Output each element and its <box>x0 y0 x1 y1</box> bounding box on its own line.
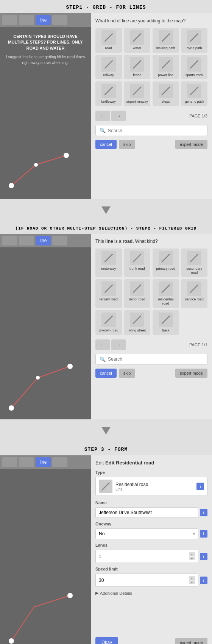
step2-search-input[interactable] <box>108 356 203 362</box>
type-living-street[interactable]: living street <box>124 310 151 335</box>
step1-grid-panel: What kind of line are you adding to the … <box>91 13 212 199</box>
type-secondary-road[interactable]: secondary road <box>181 249 208 277</box>
tab2-line[interactable]: line <box>36 236 51 245</box>
type-road[interactable]: road <box>95 28 122 53</box>
type-service-road[interactable]: service road <box>181 279 208 308</box>
additional-details[interactable]: ▶ Additional Details <box>95 591 207 596</box>
arrow-down-1 <box>0 199 212 222</box>
step2-expert-btn[interactable]: expert mode <box>175 369 207 378</box>
step1-header: STEP1 - GRID - FOR LINES <box>0 0 212 13</box>
type-water[interactable]: water <box>124 28 151 53</box>
type-bridleway-label: bridleway <box>101 100 116 104</box>
type-generic-path[interactable]: generic path <box>181 81 208 106</box>
type-track-label: track <box>162 328 170 333</box>
step1-search-bar[interactable]: 🔍 <box>95 125 207 136</box>
lanes-info-btn[interactable]: i <box>200 553 207 560</box>
type-motorway[interactable]: motorway <box>95 249 122 277</box>
type-trunk-road[interactable]: trunk road <box>124 249 151 277</box>
step2-next-btn[interactable]: → <box>111 339 126 350</box>
oneway-select[interactable]: No ▾ <box>95 528 198 539</box>
lanes-down-btn[interactable]: ▼ <box>189 556 195 560</box>
tab1-1[interactable] <box>2 15 17 25</box>
type-unknown-road[interactable]: unkown road <box>95 310 122 335</box>
step1-cancel-btn[interactable]: cancel <box>95 140 117 149</box>
step3-form-panel: Edit Edit Residential road Type Resident… <box>91 455 212 644</box>
type-unknown-road-label: unkown road <box>99 328 118 333</box>
type-section-label: Type <box>95 470 207 475</box>
type-steps-label: steps <box>162 100 170 104</box>
type-walking-path[interactable]: walking path <box>153 28 179 53</box>
tab3-4[interactable] <box>52 457 67 467</box>
svg-line-6 <box>190 33 198 41</box>
step1-map-drawing <box>0 119 91 199</box>
name-input[interactable] <box>95 507 198 518</box>
step3-header: STEP 3 - FORM <box>0 442 212 455</box>
step3-map-drawing <box>0 489 91 644</box>
speed-info-btn[interactable]: i <box>200 577 207 584</box>
type-track[interactable]: track <box>153 310 179 335</box>
type-minor-road-label: minor road <box>129 297 145 302</box>
type-row-text: Residential road Line <box>115 482 148 491</box>
svg-point-2 <box>34 163 38 167</box>
speed-stepper[interactable]: 30 ▲ ▼ <box>95 574 198 587</box>
type-motorway-label: motorway <box>101 267 116 271</box>
tab1-2[interactable] <box>19 15 34 25</box>
tab2-4[interactable] <box>52 236 67 245</box>
svg-line-23 <box>104 285 112 293</box>
type-residential-road[interactable]: residential road <box>153 279 179 308</box>
svg-line-28 <box>133 316 141 324</box>
type-sports-track-label: sports track <box>186 73 203 77</box>
lanes-field-row: 1 ▲ ▼ i <box>95 550 207 563</box>
speed-up-btn[interactable]: ▲ <box>189 576 195 580</box>
type-railway[interactable]: railway <box>95 55 122 80</box>
tab1-line[interactable]: line <box>36 15 51 25</box>
oneway-info-btn[interactable]: i <box>200 530 207 538</box>
speed-down-btn[interactable]: ▼ <box>189 580 195 584</box>
step1-infobox: CERTAIN TYPES SHOULD HAVE MULTIPLE STEPS… <box>0 27 91 69</box>
type-minor-road[interactable]: minor road <box>124 279 151 308</box>
step2-prev-btn[interactable]: ← <box>95 339 110 350</box>
speed-limit-label: Speed limit <box>95 567 207 571</box>
step1-prev-btn[interactable]: ← <box>95 111 110 121</box>
step2-skip-btn[interactable]: skip <box>119 369 136 378</box>
tab2-2[interactable] <box>19 236 34 245</box>
type-cycle-path[interactable]: cycle path <box>181 28 208 53</box>
step2-search-bar[interactable]: 🔍 <box>95 354 207 365</box>
step1-next-btn[interactable]: → <box>111 111 126 121</box>
tab3-1[interactable] <box>2 457 17 467</box>
step2-cancel-btn[interactable]: cancel <box>95 369 117 378</box>
step1-expert-btn[interactable]: expert mode <box>175 140 207 149</box>
tab2-1[interactable] <box>2 236 17 245</box>
lanes-up-btn[interactable]: ▲ <box>189 552 195 556</box>
lanes-stepper[interactable]: 1 ▲ ▼ <box>95 550 198 563</box>
svg-point-16 <box>9 405 14 411</box>
type-power-line-label: power line <box>158 73 173 77</box>
tab3-line[interactable]: line <box>36 457 51 467</box>
chevron-down-icon: ▾ <box>193 532 195 536</box>
tab3-2[interactable] <box>19 457 34 467</box>
type-tertiary-road[interactable]: tertiary road <box>95 279 122 308</box>
type-bridleway[interactable]: bridleway <box>95 81 122 106</box>
type-primary-road[interactable]: primary road <box>153 249 179 277</box>
step3-okay-btn[interactable]: Okay <box>95 637 118 644</box>
step3-expert-btn[interactable]: expert mode <box>175 638 207 644</box>
step2-page-info: PAGE 1/1 <box>127 342 207 347</box>
type-info-btn[interactable]: i <box>196 483 204 490</box>
type-sports-track[interactable]: sports track <box>181 55 208 80</box>
tab1-4[interactable] <box>52 15 67 25</box>
type-power-line[interactable]: power line <box>153 55 179 80</box>
type-steps[interactable]: steps <box>153 81 179 106</box>
speed-value: 30 <box>99 578 104 583</box>
type-fence[interactable]: fence <box>124 55 151 80</box>
svg-line-12 <box>133 87 141 95</box>
form-title-strong: Edit Residential road <box>105 460 154 466</box>
oneway-label: Oneway <box>95 522 207 526</box>
step1-info-title: CERTAIN TYPES SHOULD HAVE MULTIPLE STEPS… <box>5 34 86 51</box>
type-airport-runway[interactable]: airport runway <box>124 81 151 106</box>
step1-skip-btn[interactable]: skip <box>119 140 136 149</box>
type-road-label: road <box>105 46 112 50</box>
name-info-btn[interactable]: i <box>200 509 207 516</box>
type-row-icon <box>99 480 112 493</box>
svg-line-4 <box>133 33 141 41</box>
step1-search-input[interactable] <box>108 128 203 133</box>
